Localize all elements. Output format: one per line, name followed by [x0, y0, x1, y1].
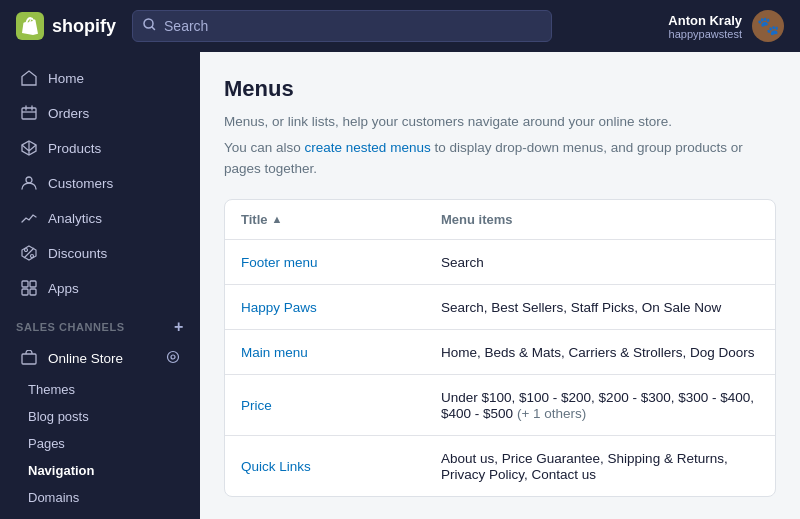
sidebar-sub-themes[interactable]: Themes: [0, 376, 200, 403]
col-title-header: Title ▲: [241, 212, 441, 227]
menus-table: Title ▲ Menu items Footer menu Search Ha…: [224, 199, 776, 497]
pages-label: Pages: [28, 436, 65, 451]
page-title: Menus: [224, 76, 776, 102]
domains-label: Domains: [28, 490, 79, 505]
svg-rect-8: [30, 281, 36, 287]
sales-channels-section: SALES CHANNELS +: [0, 306, 200, 340]
sidebar-item-products-label: Products: [48, 141, 101, 156]
svg-rect-9: [22, 289, 28, 295]
main-menu-items-text: Home, Beds & Mats, Carriers & Strollers,…: [441, 345, 755, 360]
happy-paws-link[interactable]: Happy Paws: [241, 300, 317, 315]
sidebar-item-home-label: Home: [48, 71, 84, 86]
add-channel-button[interactable]: +: [174, 318, 184, 336]
search-input[interactable]: [164, 18, 541, 34]
logo-text: shopify: [52, 16, 116, 37]
apps-icon: [20, 279, 38, 297]
user-name: Anton Kraly: [668, 13, 742, 28]
customers-icon: [20, 174, 38, 192]
menu-title-footer: Footer menu: [241, 254, 441, 270]
menu-items-quick-links: About us, Price Guarantee, Shipping & Re…: [441, 450, 759, 482]
page-description: Menus, or link lists, help your customer…: [224, 112, 776, 132]
sidebar-sub-preferences[interactable]: Preferences: [0, 511, 200, 519]
menu-items-happy-paws: Search, Best Sellers, Staff Picks, On Sa…: [441, 299, 759, 315]
table-row: Price Under $100, $100 - $200, $200 - $3…: [225, 375, 775, 436]
table-header: Title ▲ Menu items: [225, 200, 775, 240]
sidebar-sub-navigation[interactable]: Navigation: [0, 457, 200, 484]
menu-items-price: Under $100, $100 - $200, $200 - $300, $3…: [441, 389, 759, 421]
discounts-icon: [20, 244, 38, 262]
sidebar-item-discounts[interactable]: Discounts: [4, 236, 196, 270]
orders-icon: [20, 104, 38, 122]
main-menu-link[interactable]: Main menu: [241, 345, 308, 360]
create-nested-menus-link[interactable]: create nested menus: [305, 140, 431, 155]
sidebar-item-orders[interactable]: Orders: [4, 96, 196, 130]
sidebar-item-apps[interactable]: Apps: [4, 271, 196, 305]
svg-rect-1: [22, 108, 36, 119]
products-icon: [20, 139, 38, 157]
svg-rect-10: [30, 289, 36, 295]
view-store-icon[interactable]: [166, 350, 180, 367]
svg-point-12: [168, 351, 179, 362]
sort-arrow-icon[interactable]: ▲: [272, 213, 283, 225]
sidebar-sub-domains[interactable]: Domains: [0, 484, 200, 511]
sidebar-item-analytics-label: Analytics: [48, 211, 102, 226]
sidebar-item-home[interactable]: Home: [4, 61, 196, 95]
section-title-text: SALES CHANNELS: [16, 321, 125, 333]
quick-links-link[interactable]: Quick Links: [241, 459, 311, 474]
footer-menu-items-text: Search: [441, 255, 484, 270]
sidebar-item-customers-label: Customers: [48, 176, 113, 191]
menu-title-happy-paws: Happy Paws: [241, 299, 441, 315]
main-content: Menus Menus, or link lists, help your cu…: [200, 52, 800, 519]
table-row: Footer menu Search: [225, 240, 775, 285]
search-icon: [143, 18, 156, 34]
happy-paws-items-text: Search, Best Sellers, Staff Picks, On Sa…: [441, 300, 721, 315]
price-extra-text: (+ 1 others): [517, 406, 586, 421]
table-row: Happy Paws Search, Best Sellers, Staff P…: [225, 285, 775, 330]
user-area: Anton Kraly happypawstest 🐾: [668, 10, 784, 42]
menu-title-quick-links: Quick Links: [241, 458, 441, 474]
menu-title-price: Price: [241, 397, 441, 413]
sidebar-item-apps-label: Apps: [48, 281, 79, 296]
footer-menu-link[interactable]: Footer menu: [241, 255, 318, 270]
sidebar-item-analytics[interactable]: Analytics: [4, 201, 196, 235]
navigation-label: Navigation: [28, 463, 94, 478]
shopify-logo-icon: [16, 12, 44, 40]
price-link[interactable]: Price: [241, 398, 272, 413]
logo[interactable]: shopify: [16, 12, 116, 40]
svg-point-3: [26, 177, 32, 183]
user-info: Anton Kraly happypawstest: [668, 13, 742, 40]
price-items-text: Under $100, $100 - $200, $200 - $300, $3…: [441, 390, 754, 421]
desc2-prefix: You can also: [224, 140, 305, 155]
svg-rect-11: [22, 354, 36, 364]
search-bar[interactable]: [132, 10, 552, 42]
table-row: Main menu Home, Beds & Mats, Carriers & …: [225, 330, 775, 375]
sidebar-item-online-store[interactable]: Online Store: [4, 341, 196, 375]
home-icon: [20, 69, 38, 87]
avatar[interactable]: 🐾: [752, 10, 784, 42]
quick-links-items-text: About us, Price Guarantee, Shipping & Re…: [441, 451, 728, 482]
col-title-label: Title: [241, 212, 268, 227]
sidebar-item-discounts-label: Discounts: [48, 246, 107, 261]
online-store-label: Online Store: [48, 351, 123, 366]
analytics-icon: [20, 209, 38, 227]
sidebar-item-products[interactable]: Products: [4, 131, 196, 165]
col-items-header: Menu items: [441, 212, 759, 227]
menu-items-footer: Search: [441, 254, 759, 270]
themes-label: Themes: [28, 382, 75, 397]
sidebar-sub-pages[interactable]: Pages: [0, 430, 200, 457]
sidebar-item-orders-label: Orders: [48, 106, 89, 121]
svg-rect-7: [22, 281, 28, 287]
menu-items-main-menu: Home, Beds & Mats, Carriers & Strollers,…: [441, 344, 759, 360]
online-store-icon: [20, 349, 38, 367]
svg-point-13: [171, 355, 175, 359]
page-description-2: You can also create nested menus to disp…: [224, 138, 776, 179]
main-layout: Home Orders Products Customers Analytics: [0, 52, 800, 519]
blog-posts-label: Blog posts: [28, 409, 89, 424]
sidebar-item-customers[interactable]: Customers: [4, 166, 196, 200]
table-row: Quick Links About us, Price Guarantee, S…: [225, 436, 775, 496]
top-nav: shopify Anton Kraly happypawstest 🐾: [0, 0, 800, 52]
user-store: happypawstest: [668, 28, 742, 40]
sidebar-sub-blog-posts[interactable]: Blog posts: [0, 403, 200, 430]
menu-title-main-menu: Main menu: [241, 344, 441, 360]
sidebar: Home Orders Products Customers Analytics: [0, 52, 200, 519]
